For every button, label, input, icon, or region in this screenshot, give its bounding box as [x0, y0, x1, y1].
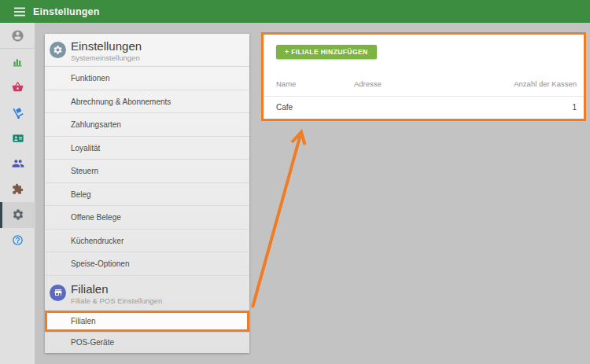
sidebar-item-items[interactable]: [0, 75, 35, 101]
puzzle-icon: [12, 183, 24, 195]
menu-item-offene-belege[interactable]: Offene Belege: [45, 206, 249, 230]
sidebar-item-settings[interactable]: [0, 202, 35, 228]
section-subtitle: Systemeinstellungen: [71, 53, 140, 62]
gear-icon: [12, 208, 24, 221]
topbar: Einstellungen: [0, 0, 590, 23]
column-header-name: Name: [276, 76, 296, 92]
column-header-adresse: Adresse: [354, 76, 382, 92]
hamburger-icon: [14, 7, 25, 17]
menu-item-funktionen[interactable]: Funktionen: [45, 67, 249, 90]
menu-item-filialen[interactable]: Filialen: [45, 311, 249, 332]
cell-name: Cafe: [276, 97, 293, 119]
settings-page: { "topbar": { "title": "Einstellungen" }…: [0, 0, 590, 364]
menu-item-abrechnung[interactable]: Abrechnung & Abonnements: [45, 90, 249, 114]
filialen-section-header: Filialen Filiale & POS Einstellungen: [45, 276, 249, 311]
bar-chart-icon: [12, 56, 24, 68]
gear-circle-icon: [50, 42, 66, 58]
sidebar-item-reports[interactable]: [0, 49, 35, 75]
account-icon: [11, 29, 24, 42]
menu-item-beleg[interactable]: Beleg: [45, 183, 249, 207]
menu-item-zahlungsarten[interactable]: Zahlungsarten: [45, 113, 249, 137]
people-icon: [12, 157, 24, 170]
shopping-basket-icon: [12, 81, 24, 93]
help-icon: [12, 234, 24, 246]
table-row[interactable]: Cafe 1: [264, 96, 584, 118]
store-circle-icon: [50, 285, 66, 301]
section-title: Einstellungen: [71, 39, 142, 53]
settings-section-header: Einstellungen Systemeinstellungen: [45, 34, 249, 67]
hand-truck-icon: [12, 106, 24, 119]
hamburger-menu-button[interactable]: [8, 0, 31, 23]
menu-item-loyalitaet[interactable]: Loyalität: [45, 137, 249, 160]
contact-card-icon: [12, 132, 24, 145]
settings-menu-card: Einstellungen Systemeinstellungen Funkti…: [45, 34, 249, 353]
sidebar-item-help[interactable]: [0, 228, 35, 254]
section-title: Filialen: [71, 282, 109, 296]
sidebar-item-account[interactable]: [0, 23, 35, 49]
sidebar-item-customers[interactable]: [0, 126, 35, 152]
table-header: Name Adresse Anzahl der Kassen: [264, 76, 584, 92]
sidebar-item-inventory[interactable]: [0, 100, 35, 126]
add-filiale-button[interactable]: + FILIALE HINZUFÜGEN: [276, 45, 377, 59]
menu-item-speise-optionen[interactable]: Speise-Optionen: [45, 252, 249, 276]
sidebar-item-employees[interactable]: [0, 151, 35, 177]
sidebar-item-apps[interactable]: [0, 177, 35, 203]
cell-anzahl: 1: [572, 97, 577, 119]
column-header-anzahl: Anzahl der Kassen: [514, 76, 577, 92]
filialen-content-panel: + FILIALE HINZUFÜGEN Name Adresse Anzahl…: [261, 32, 586, 121]
menu-item-kuechendrucker[interactable]: Küchendrucker: [45, 230, 249, 253]
section-subtitle: Filiale & POS Einstellungen: [71, 296, 162, 305]
navigation-sidebar: [0, 23, 35, 364]
page-title: Einstellungen: [33, 6, 100, 17]
menu-item-steuern[interactable]: Steuern: [45, 160, 249, 183]
menu-item-pos-geraete[interactable]: POS-Geräte: [45, 332, 249, 352]
